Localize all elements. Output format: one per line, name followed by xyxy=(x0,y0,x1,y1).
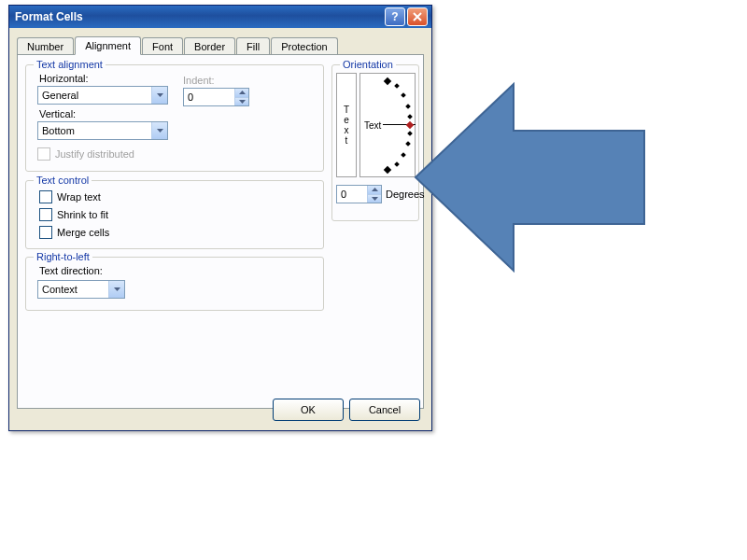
text-direction-label: Text direction: xyxy=(39,265,103,276)
degrees-value: 0 xyxy=(337,186,367,203)
chevron-down-icon xyxy=(108,281,124,298)
rtl-group: Right-to-left Text direction: Context xyxy=(25,257,324,311)
dial-tick xyxy=(401,92,406,98)
text-direction-combo[interactable]: Context xyxy=(37,280,125,299)
justify-distributed-checkbox: Justify distributed xyxy=(37,147,134,161)
text-alignment-group: Text alignment Horizontal: General Inden… xyxy=(25,64,324,172)
dial-tick xyxy=(384,77,391,85)
vertical-label: Vertical: xyxy=(39,108,76,119)
chevron-down-icon[interactable] xyxy=(367,195,381,203)
close-icon xyxy=(413,12,422,21)
spinner-buttons[interactable] xyxy=(367,186,381,203)
chevron-up-icon[interactable] xyxy=(234,89,248,98)
spinner-buttons[interactable] xyxy=(234,89,248,105)
checkbox-box xyxy=(39,208,52,221)
text-control-group: Text control Wrap text Shrink to fit Mer… xyxy=(25,180,324,249)
tab-panel: Text alignment Horizontal: General Inden… xyxy=(17,54,424,409)
dial-tick xyxy=(394,83,400,89)
merge-cells-checkbox[interactable]: Merge cells xyxy=(39,226,109,239)
tab-protection[interactable]: Protection xyxy=(271,37,338,55)
horizontal-value: General xyxy=(38,90,151,101)
dial-tick xyxy=(405,104,411,109)
chevron-down-icon[interactable] xyxy=(234,98,248,106)
shrink-label: Shrink to fit xyxy=(57,209,108,220)
dial-tick xyxy=(405,141,411,147)
window-title: Format Cells xyxy=(15,10,383,23)
indent-spinner[interactable]: 0 xyxy=(183,88,249,106)
help-button[interactable]: ? xyxy=(385,7,405,26)
ok-button[interactable]: OK xyxy=(273,399,344,421)
dialog-buttons: OK Cancel xyxy=(273,399,420,421)
checkbox-box xyxy=(37,147,50,161)
dial-tick xyxy=(384,166,391,174)
close-button[interactable] xyxy=(407,7,428,26)
orientation-dial[interactable]: Text xyxy=(359,73,416,177)
wrap-label: Wrap text xyxy=(57,191,101,203)
dial-text: Text xyxy=(364,120,381,131)
dial-tick xyxy=(394,161,400,167)
direction-value: Context xyxy=(38,284,108,295)
tabstrip: Number Alignment Font Border Fill Protec… xyxy=(9,28,431,54)
indent-value: 0 xyxy=(184,89,234,105)
vertical-text-t2: t xyxy=(345,135,348,146)
checkbox-box xyxy=(39,226,52,239)
tab-number[interactable]: Number xyxy=(17,37,74,55)
horizontal-label: Horizontal: xyxy=(39,73,89,84)
tab-border[interactable]: Border xyxy=(184,37,235,55)
tab-font[interactable]: Font xyxy=(142,37,183,55)
vertical-combo[interactable]: Bottom xyxy=(37,121,168,140)
vertical-text-t: T xyxy=(344,105,349,115)
tab-fill[interactable]: Fill xyxy=(236,37,270,55)
justify-label: Justify distributed xyxy=(55,148,134,160)
shrink-to-fit-checkbox[interactable]: Shrink to fit xyxy=(39,208,108,221)
indent-label: Indent: xyxy=(183,75,215,86)
dial-tick xyxy=(401,152,406,158)
cancel-button[interactable]: Cancel xyxy=(349,399,420,421)
degrees-spinner[interactable]: 0 xyxy=(336,185,382,203)
horizontal-combo[interactable]: General xyxy=(37,86,168,105)
orientation-group: Orientation T e x t Text xyxy=(331,64,419,221)
group-label: Right-to-left xyxy=(34,251,92,262)
chevron-up-icon[interactable] xyxy=(367,186,381,195)
chevron-down-icon xyxy=(151,87,167,104)
vertical-text-button[interactable]: T e x t xyxy=(336,73,357,177)
format-cells-dialog: Format Cells ? Number Alignment Font Bor… xyxy=(8,5,432,431)
callout-arrow-icon xyxy=(411,75,654,280)
group-label: Text alignment xyxy=(34,59,106,70)
group-label: Text control xyxy=(34,175,92,186)
checkbox-box xyxy=(39,190,52,203)
titlebar[interactable]: Format Cells ? xyxy=(9,6,431,28)
chevron-down-icon xyxy=(151,122,167,139)
merge-label: Merge cells xyxy=(57,227,109,238)
vertical-text-x: x xyxy=(345,125,349,135)
vertical-value: Bottom xyxy=(38,125,151,136)
vertical-text-e: e xyxy=(344,115,349,125)
group-label: Orientation xyxy=(340,59,396,70)
tab-alignment[interactable]: Alignment xyxy=(75,36,141,55)
wrap-text-checkbox[interactable]: Wrap text xyxy=(39,190,101,203)
